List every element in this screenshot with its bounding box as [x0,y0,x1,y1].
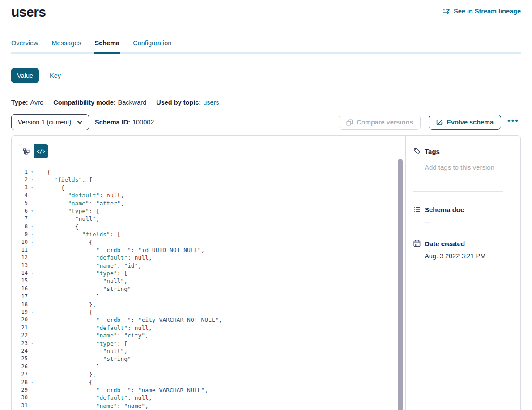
line-number: 1 [12,168,28,176]
compatibility-field: Compatibility mode:Backward [53,99,146,106]
stream-lineage-label: See in Stream lineage [454,8,521,15]
evolve-schema-label: Evolve schema [447,119,494,126]
code-text: "type": [ [37,269,405,277]
code-line: 18 }, [12,301,405,308]
code-text: { [37,223,405,231]
line-number: 17 [12,293,28,300]
stream-lineage-icon [443,8,451,14]
code-line: 20 "__crdb__": "city VARCHAR NOT NULL", [12,316,405,324]
schema-doc-heading: Schema doc [425,206,464,214]
fold-arrow-icon[interactable]: ▾ [28,340,37,347]
fold-spacer [28,254,37,261]
fold-spacer [28,246,37,254]
code-line: 1▾{ [12,168,405,176]
add-tags-input[interactable] [425,161,510,174]
code-text: "null", [37,347,405,355]
page-title: users [11,4,46,20]
value-key-toggle: Value Key [11,68,521,83]
code-line: 22 "name": "city", [12,332,405,339]
tree-view-button[interactable] [19,144,34,158]
fold-spacer [28,371,37,378]
fold-arrow-icon[interactable]: ▾ [28,168,37,176]
tab-overview[interactable]: Overview [11,39,38,52]
line-number: 7 [12,215,28,222]
list-icon [413,205,421,214]
line-number: 3 [12,184,28,192]
fold-spacer [28,402,37,410]
code-text: { [37,379,405,386]
schema-id-value: 100002 [132,119,154,126]
key-toggle-link[interactable]: Key [50,72,61,79]
stream-lineage-link[interactable]: See in Stream lineage [443,8,521,15]
page-header: users See in Stream lineage [11,0,521,20]
schema-id-field: Schema ID:100002 [95,119,154,126]
line-number: 15 [12,277,28,285]
fold-arrow-icon[interactable]: ▾ [28,239,37,246]
code-text: "string" [37,355,405,363]
code-text: "string" [37,285,405,293]
code-line: 16 "string" [12,285,405,293]
view-mode-toggle: </> [19,144,48,158]
fold-arrow-icon[interactable]: ▾ [28,223,37,231]
schema-editor: </> 1▾{2▾ "fields": [3▾ {4 "default": nu… [12,136,405,410]
fold-arrow-icon[interactable]: ▾ [28,269,37,277]
code-line: 5 "name": "after", [12,200,405,207]
used-by-topic-link[interactable]: users [203,99,219,106]
line-number: 2 [12,176,28,184]
code-line: 4 "default": null, [12,192,405,199]
line-number: 6 [12,207,28,215]
code-text: }, [37,301,405,308]
tags-heading: Tags [425,148,440,155]
code-line: 15 "null", [12,277,405,285]
fold-arrow-icon[interactable]: ▾ [28,184,37,192]
fold-arrow-icon[interactable]: ▾ [28,231,37,238]
compare-versions-button[interactable]: Compare versions [339,115,421,130]
line-number: 9 [12,231,28,238]
used-by-topic-label: Used by topic: [156,99,201,106]
fold-spacer [28,394,37,401]
fold-spacer [28,215,37,222]
code-text: "__crdb__": "city VARCHAR NOT NULL", [37,316,405,324]
fold-spacer [28,301,37,308]
code-text: "default": null, [37,192,405,199]
date-created-section: Date created Aug. 3 2022 3:21 PM [413,239,510,260]
tab-schema[interactable]: Schema [95,39,120,52]
code-line: 3▾ { [12,184,405,192]
value-toggle-button[interactable]: Value [11,68,39,83]
editor-toolbar: </> [12,136,405,158]
code-view-button[interactable]: </> [34,144,48,158]
fold-spacer [28,347,37,355]
line-number: 29 [12,386,28,394]
tab-messages[interactable]: Messages [51,39,81,52]
line-number: 18 [12,301,28,308]
code-text: { [37,168,405,176]
code-line: 29 "__crdb__": "name VARCHAR NULL", [12,386,405,394]
more-options-button[interactable]: ••• [506,118,521,126]
fold-arrow-icon[interactable]: ▾ [28,176,37,184]
calendar-plus-icon [413,239,421,248]
fold-arrow-icon[interactable]: ▾ [28,308,37,316]
code-text: "name": "city", [37,332,405,339]
version-select[interactable]: Version 1 (current) [11,114,89,130]
fold-arrow-icon[interactable]: ▾ [28,379,37,386]
line-number: 11 [12,246,28,254]
code-line: 31 "name": "name", [12,402,405,410]
code-view-icon: </> [37,149,45,154]
scrollbar-thumb[interactable] [398,159,403,410]
line-number: 8 [12,223,28,231]
code-text: "fields": [ [37,231,405,238]
code-line: 12 "default": null, [12,254,405,261]
fold-spacer [28,277,37,285]
evolve-schema-button[interactable]: Evolve schema [429,115,501,130]
tab-configuration[interactable]: Configuration [133,39,171,52]
line-number: 31 [12,402,28,410]
code-text: "__crdb__": "id UUID NOT NULL", [37,246,405,254]
edit-icon [436,119,443,126]
fold-arrow-icon[interactable]: ▾ [28,207,37,215]
code-line: 14▾ "type": [ [12,269,405,277]
code-line: 26 ] [12,363,405,371]
line-number: 28 [12,379,28,386]
type-field: Type:Avro [11,99,43,106]
line-number: 16 [12,285,28,293]
code-text: ] [37,363,405,371]
